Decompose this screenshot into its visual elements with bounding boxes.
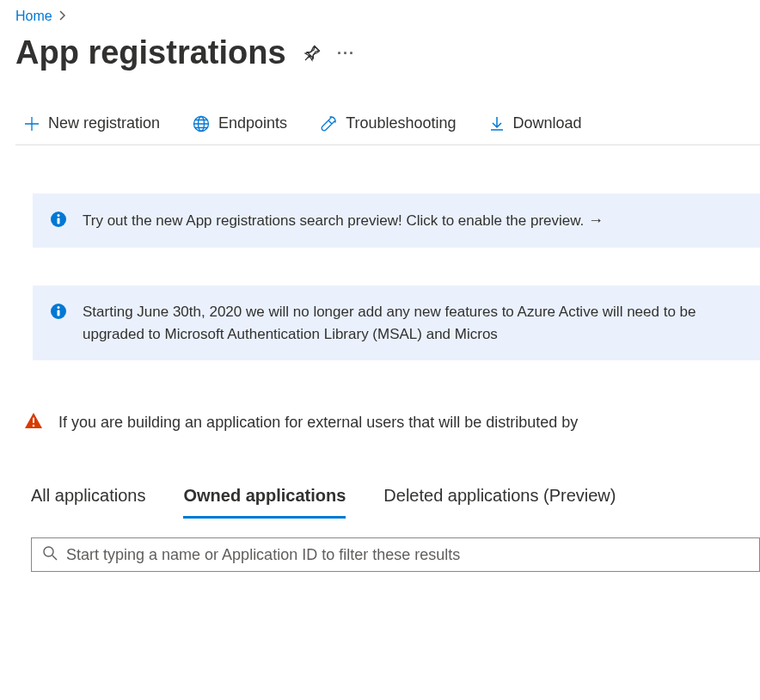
svg-rect-8: [33, 418, 34, 424]
endpoints-button[interactable]: Endpoints: [193, 114, 287, 132]
search-icon: [42, 545, 58, 564]
info-icon: [50, 211, 67, 231]
arrow-right-icon: →: [588, 212, 604, 229]
deprecation-banner: Starting June 30th, 2020 we will no long…: [33, 286, 760, 360]
page-title: App registrations: [15, 34, 286, 71]
info-icon: [50, 303, 67, 323]
svg-point-9: [33, 425, 35, 427]
search-box[interactable]: [31, 537, 760, 572]
breadcrumb-home-link[interactable]: Home: [15, 9, 52, 24]
tab-all-applications[interactable]: All applications: [31, 481, 145, 519]
tab-owned-applications[interactable]: Owned applications: [183, 481, 346, 519]
download-label: Download: [513, 114, 582, 132]
warning-icon: [24, 412, 43, 433]
download-button[interactable]: Download: [489, 114, 582, 132]
svg-rect-4: [58, 218, 60, 224]
troubleshooting-button[interactable]: Troubleshooting: [320, 114, 456, 132]
svg-rect-7: [58, 310, 60, 316]
troubleshooting-label: Troubleshooting: [346, 114, 456, 132]
svg-point-3: [58, 214, 60, 217]
search-input[interactable]: [66, 546, 749, 564]
preview-banner-text: Try out the new App registrations search…: [83, 209, 604, 232]
svg-point-6: [58, 306, 60, 309]
wrench-icon: [320, 115, 337, 132]
chevron-right-icon: [59, 9, 66, 23]
deprecation-banner-text: Starting June 30th, 2020 we will no long…: [83, 301, 743, 345]
page-header: App registrations ···: [15, 34, 760, 71]
globe-icon: [193, 115, 210, 132]
tab-deleted-applications[interactable]: Deleted applications (Preview): [383, 481, 616, 519]
new-registration-button[interactable]: New registration: [24, 114, 160, 132]
new-registration-label: New registration: [48, 114, 160, 132]
warning-text: If you are building an application for e…: [58, 414, 578, 432]
download-icon: [489, 116, 505, 132]
breadcrumb: Home: [15, 9, 760, 24]
pin-icon[interactable]: [303, 45, 321, 62]
svg-point-10: [44, 547, 53, 556]
more-icon[interactable]: ···: [338, 45, 355, 62]
toolbar: New registration Endpoints Troubleshooti…: [15, 114, 760, 145]
preview-banner[interactable]: Try out the new App registrations search…: [33, 193, 760, 248]
warning-row: If you are building an application for e…: [24, 412, 760, 433]
endpoints-label: Endpoints: [218, 114, 287, 132]
plus-icon: [24, 116, 40, 132]
tabs: All applications Owned applications Dele…: [31, 481, 760, 519]
